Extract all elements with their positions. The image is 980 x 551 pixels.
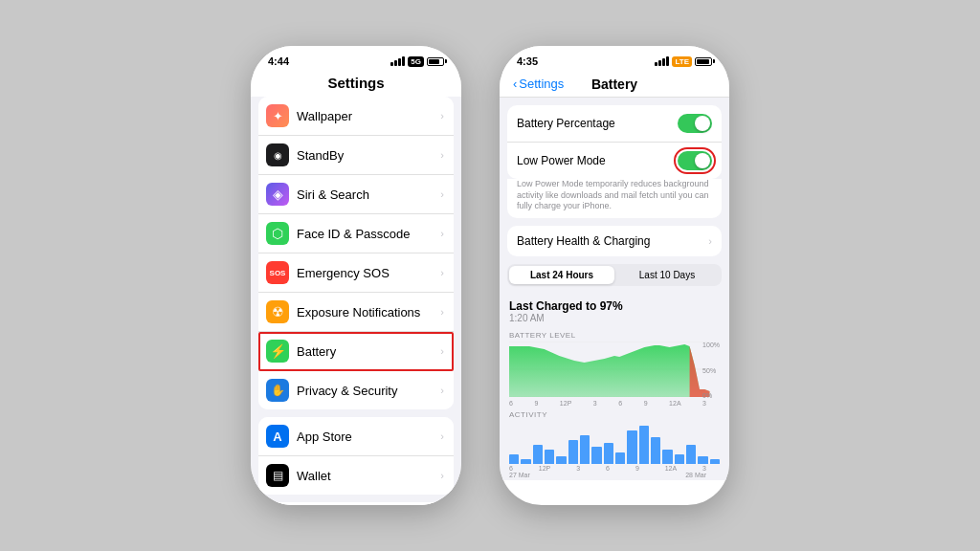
settings-group-1: ✦ Wallpaper › ◉ StandBy › ◈ Siri & Searc…	[258, 97, 454, 409]
sos-label: Emergency SOS	[297, 266, 440, 280]
settings-item-wallpaper[interactable]: ✦ Wallpaper ›	[258, 97, 454, 136]
activity-chart-section: ACTIVITY	[500, 407, 729, 478]
battery-percentage-toggle[interactable]	[678, 114, 712, 133]
settings-group-2: A App Store › ▤ Wallet ›	[258, 417, 454, 495]
battery-label: Battery	[297, 344, 440, 359]
battery-phone: 4:35 LTE ‹ Settings Battery Battery Per	[500, 46, 729, 505]
back-button[interactable]: ‹ Settings	[513, 77, 564, 91]
low-power-label: Low Power Mode	[517, 154, 678, 167]
signal-icon-right	[655, 56, 669, 66]
battery-screen-title: Battery	[591, 77, 637, 92]
exposure-label: Exposure Notifications	[297, 305, 440, 320]
battery-nav-header: ‹ Settings Battery	[500, 71, 729, 98]
settings-item-wallet[interactable]: ▤ Wallet ›	[258, 456, 454, 495]
lte-badge: LTE	[672, 56, 692, 67]
back-label: Settings	[519, 77, 564, 91]
last-10-days-button[interactable]: Last 10 Days	[614, 266, 720, 284]
wallet-label: Wallet	[297, 469, 440, 483]
settings-item-faceid[interactable]: ⬡ Face ID & Passcode ›	[258, 214, 454, 253]
charged-time: 1:20 AM	[509, 313, 720, 323]
standby-icon: ◉	[266, 143, 289, 166]
svg-marker-3	[509, 344, 710, 397]
status-time-right: 4:35	[517, 55, 538, 67]
activity-bars	[509, 421, 720, 464]
siri-label: Siri & Search	[297, 187, 440, 202]
settings-item-sos[interactable]: SOS Emergency SOS ›	[258, 253, 454, 293]
exposure-icon: ☢	[266, 300, 289, 323]
battery-detail-content: Battery Percentage Low Power Mode Low Po…	[500, 98, 729, 480]
wallpaper-icon: ✦	[266, 104, 289, 127]
battery-health-row[interactable]: Battery Health & Charging ›	[507, 226, 722, 256]
chevron-icon: ›	[440, 470, 444, 481]
settings-list: ✦ Wallpaper › ◉ StandBy › ◈ Siri & Searc…	[251, 97, 461, 505]
back-chevron-icon: ‹	[513, 77, 517, 91]
battery-level-chart-label: BATTERY LEVEL	[509, 331, 720, 340]
privacy-icon: ✋	[266, 379, 289, 402]
wallpaper-label: Wallpaper	[297, 109, 440, 123]
battery-status-icon-right	[695, 57, 712, 66]
battery-level-chart-section: BATTERY LEVEL	[500, 327, 729, 407]
chevron-icon: ›	[440, 149, 444, 161]
chevron-icon: ›	[440, 267, 444, 278]
low-power-note: Low Power Mode temporarily reduces backg…	[507, 179, 722, 218]
faceid-label: Face ID & Passcode	[297, 227, 440, 241]
wallet-icon: ▤	[266, 464, 289, 487]
settings-item-passwords[interactable]: 🔑 Passwords ›	[258, 502, 454, 505]
chevron-icon: ›	[440, 385, 444, 396]
signal-icon	[390, 56, 405, 66]
chevron-icon: ›	[440, 430, 444, 442]
privacy-label: Privacy & Security	[297, 384, 440, 398]
appstore-label: App Store	[297, 430, 440, 444]
chevron-icon: ›	[440, 228, 444, 239]
faceid-icon: ⬡	[266, 222, 289, 245]
settings-phone: 4:44 5G Settings ✦ Wallpaper ›	[251, 46, 461, 505]
status-bar-right: 4:35 LTE	[500, 46, 729, 71]
time-period-selector: Last 24 Hours Last 10 Days	[507, 264, 722, 286]
battery-level-svg	[509, 342, 720, 397]
last-24-hours-button[interactable]: Last 24 Hours	[509, 266, 614, 284]
settings-group-3: 🔑 Passwords › ✉ Mail › 👤 Contacts › 31 C…	[258, 502, 454, 505]
siri-icon: ◈	[266, 183, 289, 206]
low-power-row: Low Power Mode	[507, 143, 722, 179]
settings-title: Settings	[251, 71, 461, 97]
standby-label: StandBy	[297, 148, 440, 163]
battery-health-section: Battery Health & Charging ›	[507, 226, 722, 256]
settings-item-appstore[interactable]: A App Store ›	[258, 417, 454, 456]
battery-icon: ⚡	[266, 340, 289, 363]
settings-item-privacy[interactable]: ✋ Privacy & Security ›	[258, 371, 454, 409]
settings-item-battery[interactable]: ⚡ Battery ›	[258, 332, 454, 371]
chevron-icon: ›	[440, 188, 444, 200]
low-power-toggle[interactable]	[678, 151, 712, 170]
chevron-icon: ›	[440, 345, 444, 357]
status-time-left: 4:44	[268, 55, 289, 67]
chart-y-labels: 100% 50% 0%	[702, 342, 720, 399]
battery-health-label: Battery Health & Charging	[517, 234, 708, 248]
chevron-icon: ›	[708, 235, 712, 247]
5g-badge: 5G	[408, 56, 424, 67]
settings-item-siri[interactable]: ◈ Siri & Search ›	[258, 175, 454, 214]
activity-chart-label: ACTIVITY	[509, 410, 720, 419]
battery-percentage-row: Battery Percentage	[507, 105, 722, 143]
battery-level-chart: 100% 50% 0%	[509, 342, 720, 399]
battery-toggles-section: Battery Percentage Low Power Mode	[507, 105, 722, 179]
sos-icon: SOS	[266, 261, 289, 284]
battery-status-icon	[427, 57, 444, 66]
status-icons-right: LTE	[655, 56, 712, 67]
chevron-icon: ›	[440, 110, 444, 121]
status-bar-left: 4:44 5G	[251, 46, 461, 71]
status-icons-left: 5G	[390, 56, 444, 67]
appstore-icon: A	[266, 425, 289, 448]
activity-date-labels: 27 Mar 28 Mar	[509, 472, 720, 478]
activity-x-labels: 6 12P 3 6 9 12A 3	[509, 464, 720, 472]
charged-info-section: Last Charged to 97% 1:20 AM	[500, 294, 729, 327]
battery-percentage-label: Battery Percentage	[517, 117, 678, 130]
settings-item-standby[interactable]: ◉ StandBy ›	[258, 136, 454, 175]
chart-x-labels: 6 9 12P 3 6 9 12A 3	[509, 399, 720, 407]
settings-item-exposure[interactable]: ☢ Exposure Notifications ›	[258, 293, 454, 332]
chevron-icon: ›	[440, 306, 444, 318]
charged-title: Last Charged to 97%	[509, 299, 720, 313]
